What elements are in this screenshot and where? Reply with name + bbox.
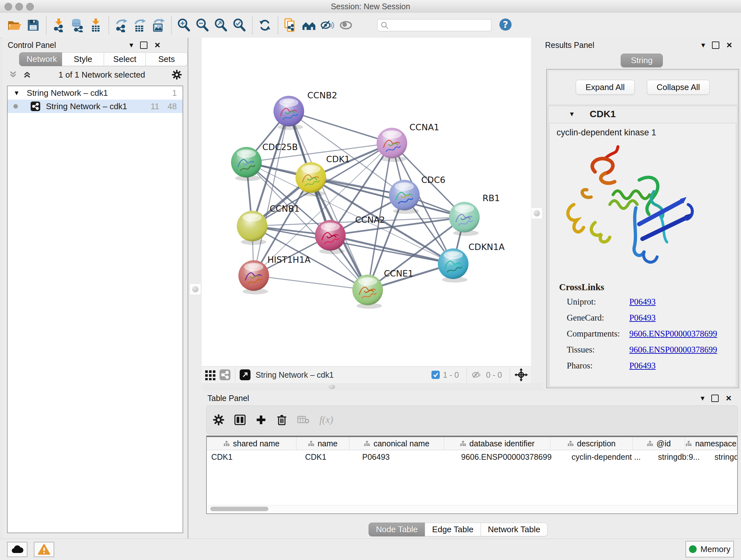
string-home-button[interactable] <box>302 17 316 34</box>
window-minimize-button[interactable] <box>15 3 23 10</box>
network-node-cdc6[interactable]: CDC6 <box>389 175 446 214</box>
cell-description[interactable]: cyclin-dependent ... <box>567 452 654 462</box>
table-row[interactable]: CDK1 CDK1 P06493 9606.ENSP00000378699 cy… <box>207 450 737 463</box>
cell-id[interactable]: stringdb:9... <box>654 452 710 462</box>
column-header[interactable]: shared name <box>207 437 296 450</box>
grid-view-icon[interactable] <box>205 369 216 380</box>
horizontal-splitter-handle[interactable] <box>329 385 335 389</box>
cell-name[interactable]: CDK1 <box>300 452 358 462</box>
network-edge[interactable] <box>254 111 289 275</box>
network-node-ccna1[interactable]: CCNA1 <box>377 122 440 162</box>
import-network-file-button[interactable] <box>52 17 66 34</box>
scrollbar-thumb[interactable] <box>210 507 268 511</box>
tab-select[interactable]: Select <box>104 52 146 66</box>
zoom-out-button[interactable] <box>195 17 209 34</box>
hide-labels-button[interactable] <box>320 17 334 34</box>
selected-nodes-checkbox[interactable] <box>431 371 440 379</box>
help-button[interactable]: ? <box>498 17 513 33</box>
right-splitter-handle[interactable] <box>531 207 542 219</box>
network-view[interactable]: CCNB2CCNA1CDC25BCDK1CDC6RB1CCNB1CCNA2CDK… <box>202 38 531 383</box>
column-header[interactable]: namespace <box>685 437 737 450</box>
save-session-button[interactable] <box>26 17 40 34</box>
birds-eye-view-icon[interactable] <box>240 369 251 380</box>
network-edge[interactable] <box>254 275 367 290</box>
collapse-all-button[interactable]: Collapse All <box>647 80 710 95</box>
memory-button[interactable]: Memory <box>685 541 734 557</box>
network-node-cdk1[interactable]: CDK1 <box>295 154 350 196</box>
network-node-cdkn1a[interactable]: CDKN1A <box>438 242 505 283</box>
network-view-mode-icon[interactable] <box>219 369 230 380</box>
network-node-ccnb2[interactable]: CCNB2 <box>273 90 337 130</box>
add-column-plus-icon[interactable] <box>256 415 266 425</box>
open-session-button[interactable] <box>8 17 22 34</box>
tab-style[interactable]: Style <box>62 52 104 66</box>
cloud-status-button[interactable] <box>7 542 27 557</box>
show-columns-icon[interactable] <box>234 414 246 426</box>
section-expander-icon[interactable]: ▼ <box>569 111 575 118</box>
column-header[interactable]: name <box>296 437 349 450</box>
zoom-in-button[interactable] <box>177 17 191 34</box>
panel-float-icon[interactable]: ▾ <box>129 41 133 49</box>
tab-node-table[interactable]: Node Table <box>368 523 425 537</box>
left-splitter-handle[interactable] <box>190 284 201 295</box>
warnings-button[interactable] <box>34 542 54 557</box>
network-collection-row[interactable]: ▼ String Network – cdk1 1 <box>8 86 183 100</box>
panel-maximize-icon[interactable] <box>140 42 147 49</box>
cell-database-identifier[interactable]: 9606.ENSP00000378699 <box>457 452 567 462</box>
column-header[interactable]: description <box>550 437 633 450</box>
tab-network-table[interactable]: Network Table <box>481 523 548 537</box>
crosslink-uniprot-link[interactable]: P06493 <box>629 297 656 307</box>
column-header[interactable]: database identifier <box>444 437 550 450</box>
tree-expander-icon[interactable]: ▼ <box>13 89 20 97</box>
crosslink-pharos-link[interactable]: P06493 <box>629 361 656 371</box>
string-protein-query-button[interactable] <box>283 17 297 34</box>
hidden-elements-eye-icon[interactable] <box>471 370 483 380</box>
import-table-file-button[interactable] <box>89 17 103 34</box>
network-row[interactable]: String Network – cdk1 11 48 <box>8 100 183 113</box>
window-close-button[interactable] <box>4 3 12 10</box>
gear-icon[interactable] <box>172 70 182 80</box>
network-node-ccne1[interactable]: CCNE1 <box>352 268 413 309</box>
crosslink-tissues-link[interactable]: 9606.ENSP00000378699 <box>629 345 717 355</box>
expand-all-chevron-icon[interactable] <box>22 70 32 79</box>
toolbar-search[interactable] <box>377 19 491 31</box>
import-network-from-database-button[interactable] <box>70 17 84 34</box>
export-network-button[interactable] <box>114 17 128 34</box>
fit-content-crosshair-icon[interactable] <box>515 368 528 381</box>
expand-all-button[interactable]: Expand All <box>576 80 635 95</box>
cell-shared-name[interactable]: CDK1 <box>207 452 300 462</box>
network-node-cdc25b[interactable]: CDC25B <box>231 142 298 181</box>
show-hide-eye-button[interactable] <box>339 17 353 34</box>
tab-sets[interactable]: Sets <box>145 52 188 66</box>
panel-float-icon[interactable]: ▾ <box>700 394 704 402</box>
horizontal-scrollbar[interactable] <box>208 505 736 512</box>
column-header[interactable]: @id <box>633 437 685 450</box>
network-edge[interactable] <box>289 111 392 143</box>
column-header[interactable]: canonical name <box>349 437 444 450</box>
network-node-hist1h1a[interactable]: HIST1H1A <box>239 255 311 294</box>
zoom-selected-button[interactable] <box>232 17 246 34</box>
collapse-all-chevron-icon[interactable] <box>8 70 18 79</box>
tab-string-results[interactable]: String <box>621 54 663 67</box>
window-zoom-button[interactable] <box>26 3 34 10</box>
network-node-rb1[interactable]: RB1 <box>449 193 500 236</box>
tab-network[interactable]: Network <box>19 52 62 66</box>
cell-canonical-name[interactable]: P06493 <box>358 452 457 462</box>
delete-column-trash-icon[interactable] <box>276 414 287 426</box>
panel-close-icon[interactable]: × <box>726 40 732 50</box>
cell-namespace[interactable]: stringdb <box>710 452 737 462</box>
panel-maximize-icon[interactable] <box>712 42 719 49</box>
table-settings-gear-icon[interactable] <box>213 414 224 426</box>
panel-close-icon[interactable]: × <box>726 393 731 403</box>
apply-style-refresh-button[interactable] <box>258 17 272 34</box>
left-splitter[interactable] <box>188 38 202 539</box>
export-image-button[interactable] <box>151 17 165 34</box>
right-splitter[interactable] <box>531 38 544 383</box>
tab-edge-table[interactable]: Edge Table <box>425 523 481 537</box>
export-table-button[interactable] <box>133 17 147 34</box>
panel-maximize-icon[interactable] <box>711 395 719 402</box>
panel-float-icon[interactable]: ▾ <box>701 41 705 49</box>
network-canvas[interactable]: CCNB2CCNA1CDC25BCDK1CDC6RB1CCNB1CCNA2CDK… <box>202 38 531 367</box>
gene-section-header[interactable]: ▼ CDK1 <box>548 106 737 122</box>
zoom-fit-button[interactable] <box>214 17 228 34</box>
